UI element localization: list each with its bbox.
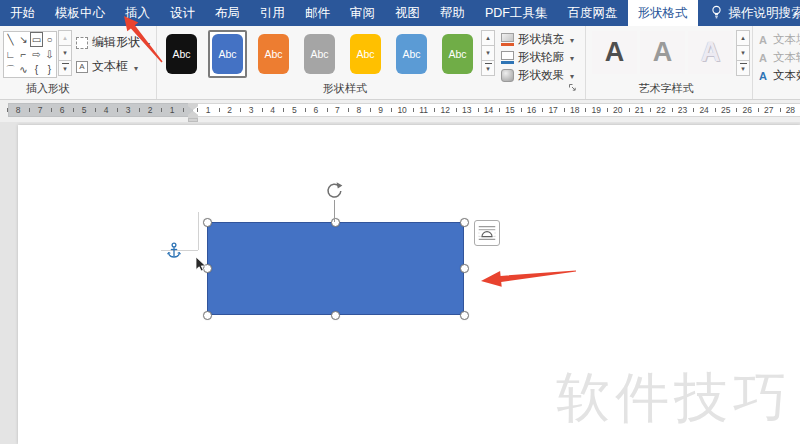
edit-shape-label: 编辑形状 [92,34,140,51]
menu-tab-design[interactable]: 设计 [160,0,205,26]
ruler-tick [139,108,140,112]
menu-tab-layout[interactable]: 布局 [205,0,250,26]
ruler-tick [117,108,118,112]
wordart-group-label: 艺术字样式 [586,81,746,96]
ruler-number: 16 [526,103,538,117]
style-gallery-scroll [481,31,495,76]
selection-handle[interactable] [203,218,212,227]
arc-shape-icon[interactable]: ⌒ [4,62,17,77]
ruler-tick [161,108,162,112]
text-fill-button[interactable]: A文本填充 [757,32,800,47]
wordart-scroll-up-icon[interactable] [736,30,750,46]
rectangle-shape-icon[interactable]: ▭ [30,32,43,47]
ruler-number: 18 [569,103,581,117]
watermark-text: 软件技巧 [556,362,792,435]
shape-style-green[interactable]: Abc [438,30,477,78]
styles-more-icon[interactable] [481,60,495,76]
elbow-arrow-shape-icon[interactable]: ⌐ [17,47,30,62]
menu-tab-references[interactable]: 引用 [250,0,295,26]
ruler-tick [51,108,52,112]
dialog-launcher-icon[interactable] [567,82,579,94]
shape-outline-icon [501,51,514,64]
mouse-cursor-icon [195,257,208,277]
wordart-style-outline[interactable]: A [688,31,733,74]
ruler-tick [521,108,522,112]
wordart-style-dark[interactable]: A [592,31,637,74]
selection-handle[interactable] [460,311,469,320]
chevron-down-icon [132,60,138,74]
ruler-tick [564,108,565,112]
shape-style-gold[interactable]: Abc [346,30,385,78]
gallery-scroll-down-icon[interactable] [58,45,72,61]
shape-style-preview: Abc [350,34,381,74]
wordart-scroll-down-icon[interactable] [736,45,750,61]
rotation-handle[interactable] [325,181,344,200]
button-label: 形状效果 [518,68,564,83]
ruler-number: 22 [655,103,667,117]
menu-tab-shape-format[interactable]: 形状格式 [628,0,698,26]
gallery-more-icon[interactable] [58,60,72,76]
shape-style-preview: Abc [258,34,289,74]
selection-handle[interactable] [460,264,469,273]
text-box-icon: A [76,61,88,73]
menu-tab-mailings[interactable]: 邮件 [295,0,340,26]
selection-handle[interactable] [331,311,340,320]
tell-me-search[interactable]: 操作说明搜索 [698,0,800,26]
menu-tab-review[interactable]: 审阅 [340,0,385,26]
selected-rectangle-shape[interactable] [207,222,464,315]
curve-shape-icon[interactable]: ∿ [17,62,30,77]
gallery-scroll-up-icon[interactable] [58,30,72,46]
menu-tab-baidu-netdisk[interactable]: 百度网盘 [558,0,628,26]
shape-style-preview: Abc [304,34,335,74]
menu-tab-insert[interactable]: 插入 [115,0,160,26]
oval-shape-icon[interactable]: ○ [43,32,56,47]
chevron-down-icon [144,36,150,50]
right-arrow-shape-icon[interactable]: ⇨ [30,47,43,62]
menu-tab-help[interactable]: 帮助 [430,0,475,26]
line-shape-icon[interactable]: ╲ [4,32,17,47]
shape-style-orange[interactable]: Abc [254,30,293,78]
text-effects-button[interactable]: A文本效果 [757,68,800,83]
menu-tab-template-center[interactable]: 模板中心 [45,0,115,26]
down-arrow-shape-icon[interactable]: ⇩ [43,47,56,62]
edit-shape-button[interactable]: 编辑形状 [76,34,150,51]
ruler-number: 6 [310,103,322,117]
wordart-style-medium[interactable]: A [640,31,685,74]
ruler-tick [283,108,284,112]
button-label: 文本轮廓 [773,50,800,65]
selection-handle[interactable] [331,218,340,227]
ruler-number: 15 [504,103,516,117]
ruler-tick [650,108,651,112]
left-brace-shape-icon[interactable]: { [30,62,43,77]
elbow-connector-shape-icon[interactable]: ∟ [4,47,17,62]
layout-options-button[interactable] [474,220,500,246]
ruler-number: 19 [590,103,602,117]
ruler-tick [672,108,673,112]
wordart-more-icon[interactable] [736,60,750,76]
menu-tab-view[interactable]: 视图 [385,0,430,26]
menu-tab-home[interactable]: 开始 [0,0,45,26]
selection-handle[interactable] [203,311,212,320]
styles-scroll-up-icon[interactable] [481,30,495,46]
chevron-down-icon [568,33,574,45]
right-brace-shape-icon[interactable]: } [43,62,56,77]
arrow-shape-icon[interactable]: ↘ [17,32,30,47]
menu-tab-pdf-tools[interactable]: PDF工具集 [475,0,558,26]
ribbon: ╲↘▭○∟⌐⇨⇩⌒∿{} 编辑形状 A 文本框 插入形状 AbcAbcAbcAb… [0,26,800,100]
ruler-tick [715,108,716,112]
ruler-tick [240,108,241,112]
shape-fill-button[interactable]: 形状填充 [501,30,574,48]
text-outline-button[interactable]: A文本轮廓 [757,50,800,65]
shape-outline-button[interactable]: 形状轮廓 [501,48,574,66]
text-box-button[interactable]: A 文本框 [76,58,138,75]
shape-style-black[interactable]: Abc [162,30,201,78]
ruler-tick [693,108,694,112]
shape-style-blue[interactable]: Abc [208,30,247,78]
ruler-number: 5 [78,103,90,117]
styles-scroll-down-icon[interactable] [481,45,495,61]
shape-style-light-blue[interactable]: Abc [392,30,431,78]
selection-handle[interactable] [460,218,469,227]
shape-style-preview: Abc [396,34,427,74]
shape-style-gray[interactable]: Abc [300,30,339,78]
shape-effects-button[interactable]: 形状效果 [501,66,574,84]
